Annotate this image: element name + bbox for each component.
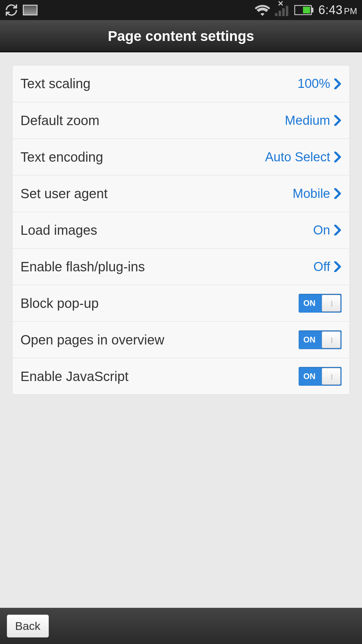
row-value: Mobile [293,186,330,201]
svg-rect-3 [286,6,288,16]
chevron-right-icon [334,188,342,199]
toggle-knob: ||| [322,368,341,385]
row-text-scaling[interactable]: Text scaling 100% [12,65,350,102]
row-label: Text scaling [20,76,298,91]
sync-icon [5,3,18,17]
title-bar: Page content settings [0,20,362,52]
row-label: Open pages in overview [20,332,299,347]
chevron-right-icon [334,261,342,272]
no-signal-x-icon: ✕ [278,0,284,8]
toggle-javascript[interactable]: ON ||| [299,367,342,386]
toggle-knob: ||| [322,331,341,348]
svg-rect-6 [303,7,310,13]
display-icon [23,5,38,15]
page-title: Page content settings [108,28,254,44]
svg-rect-0 [275,13,277,16]
chevron-right-icon [334,78,342,89]
row-block-popup: Block pop-up ON ||| [12,285,350,321]
row-label: Text encoding [20,150,265,165]
chevron-right-icon [334,225,342,235]
battery-icon [294,5,314,15]
toggle-block-popup[interactable]: ON ||| [299,294,342,313]
row-enable-javascript: Enable JavaScript ON ||| [12,358,350,394]
status-time: 6:43PM [318,3,357,17]
row-enable-flash[interactable]: Enable flash/plug-ins Off [12,248,350,285]
row-text-encoding[interactable]: Text encoding Auto Select [12,139,350,175]
chevron-right-icon [334,152,342,162]
back-button[interactable]: Back [7,614,49,638]
svg-rect-2 [282,8,285,16]
wifi-icon [255,4,270,16]
row-label: Block pop-up [20,296,299,311]
signal-icon: ✕ [275,4,290,16]
settings-list: Text scaling 100% Default zoom Medium Te… [12,65,350,395]
toggle-overview[interactable]: ON ||| [299,330,342,349]
svg-rect-5 [312,8,313,12]
row-value: 100% [298,76,330,91]
row-label: Enable flash/plug-ins [20,259,313,274]
row-load-images[interactable]: Load images On [12,212,350,248]
row-label: Set user agent [20,186,293,201]
row-default-zoom[interactable]: Default zoom Medium [12,102,350,139]
toggle-state: ON [303,372,315,381]
toggle-state: ON [303,299,315,308]
row-label: Enable JavaScript [20,369,299,384]
row-user-agent[interactable]: Set user agent Mobile [12,175,350,212]
row-label: Load images [20,223,313,238]
row-open-overview: Open pages in overview ON ||| [12,321,350,358]
toggle-knob: ||| [322,295,341,312]
chevron-right-icon [334,115,342,126]
status-bar: ✕ 6:43PM [0,0,362,20]
row-value: On [313,223,330,237]
row-label: Default zoom [20,113,285,128]
row-value: Medium [285,113,330,128]
row-value: Auto Select [265,150,330,164]
row-value: Off [313,260,330,274]
svg-rect-1 [279,11,281,16]
toggle-state: ON [303,335,315,344]
bottom-bar: Back [0,608,362,644]
